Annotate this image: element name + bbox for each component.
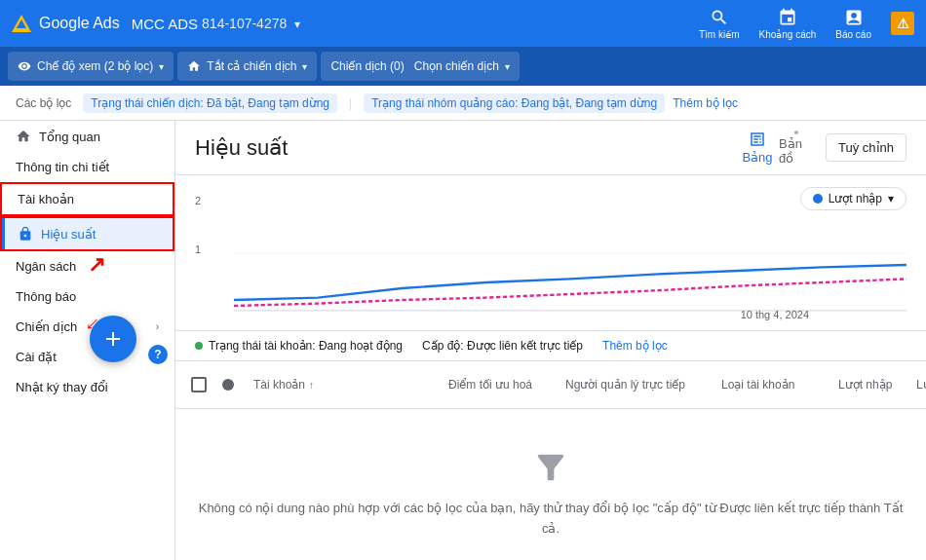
chart-date: 10 thg 4, 2024 [741, 309, 809, 320]
mcc-id: 814-107-4278 ▾ [202, 16, 300, 31]
campaign-item[interactable]: Chiến dịch (0) Chọn chiến dịch ▾ [321, 52, 519, 81]
table-container: Tài khoản ↑ Điểm tối ưu hoá Người quản l… [175, 361, 926, 560]
view-toggle: Bảng Bản đồ [740, 131, 814, 166]
th-manager[interactable]: Người quản lý trực tiếp [558, 361, 714, 408]
th-clicks-label: Lượt nhập [838, 378, 892, 392]
view-mode-label: Chế độ xem (2 bộ lọc) [37, 59, 153, 73]
mcc-label: MCC ADS [132, 16, 198, 32]
sidebar-item-tong-quan[interactable]: Tổng quan [0, 121, 174, 152]
help-btn[interactable]: ? [148, 345, 168, 364]
report-action[interactable]: Báo cáo [835, 8, 871, 40]
fab-button[interactable] [90, 316, 136, 362]
range-action[interactable]: Khoảng cách [758, 8, 816, 40]
warning-icon[interactable]: ⚠ [891, 12, 914, 35]
app-logo: Google Ads [12, 15, 120, 32]
home-sidebar-icon [16, 129, 31, 144]
sidebar-label-ngan-sach: Ngân sách [16, 259, 76, 274]
content-area: Hiệu suất Bảng Bản đồ Tuỳ chỉnh [175, 121, 926, 560]
lock-sidebar-icon [18, 226, 33, 242]
campaign-off-label: Tắt cả chiến dịch [207, 59, 296, 73]
view-table-label: Bảng [742, 150, 772, 165]
top-nav: Google Ads MCC ADS 814-107-4278 ▾ Tìm ki… [0, 0, 926, 47]
sub-nav: Chế độ xem (2 bộ lọc) ▾ Tắt cả chiến dịc… [0, 47, 926, 86]
sidebar-item-tai-khoan[interactable]: Tài khoản [0, 182, 174, 216]
empty-state: Không có nội dung nào phù hợp với các bộ… [175, 409, 926, 560]
sidebar-label-cai-dat: Cài đặt [16, 350, 57, 364]
header-checkbox[interactable] [191, 377, 207, 392]
filter-status-text: Trạng thái tài khoản: Đang hoạt động [209, 339, 403, 353]
sidebar-label-thong-tin: Thông tin chi tiết [16, 160, 109, 174]
add-filter-link[interactable]: Thêm bộ lọc [673, 96, 738, 110]
filter-tag-1[interactable]: Trạng thái chiến dịch: Đã bật, Đang tạm … [83, 93, 337, 113]
sidebar-label-thong-bao: Thông báo [16, 289, 76, 304]
th-clicks[interactable]: Lượt nhập [830, 361, 908, 408]
sidebar-item-chien-dich[interactable]: Chiến dịch › [0, 312, 174, 342]
th-type-label: Loại tài khoản [721, 378, 794, 392]
sidebar-item-thong-bao[interactable]: Thông báo [0, 281, 174, 312]
chart-y-2: 2 [195, 195, 201, 206]
report-icon [844, 8, 864, 27]
filter-level-text: Cấp độ: Được liên kết trực tiếp [422, 339, 583, 353]
top-nav-actions: Tìm kiếm Khoảng cách Báo cáo ⚠ [699, 8, 914, 40]
sidebar-item-nhat-ky[interactable]: Nhật ký thay đổi [0, 372, 174, 402]
sidebar-item-hieu-suat[interactable]: Hiệu suất [0, 216, 174, 251]
sidebar-label-hieu-suat: Hiệu suất [41, 227, 96, 242]
app-name: Google Ads [39, 15, 120, 32]
fab-plus-icon [101, 327, 125, 351]
campaign-label: Chiến dịch (0) [330, 59, 404, 73]
status-circle [222, 379, 234, 391]
range-label: Khoảng cách [758, 29, 816, 40]
report-label: Báo cáo [835, 29, 871, 40]
empty-state-text: Không có nội dung nào phù hợp với các bộ… [195, 499, 907, 540]
filter-level-item: Cấp độ: Được liên kết trực tiếp [422, 339, 583, 353]
view-map-btn[interactable]: Bản đồ [779, 131, 814, 166]
th-impressions[interactable]: Lượt hiển thị [908, 361, 926, 408]
search-icon [710, 8, 729, 27]
th-score[interactable]: Điểm tối ưu hoá [441, 361, 558, 408]
filter-info-bar: Trạng thái tài khoản: Đang hoạt động Cấp… [175, 331, 926, 361]
logo-icon [12, 15, 31, 32]
sidebar-item-thong-tin[interactable]: Thông tin chi tiết [0, 152, 174, 182]
search-label: Tìm kiếm [699, 29, 740, 40]
view-map-label: Bản đồ [779, 136, 814, 166]
calendar-icon [778, 8, 797, 27]
th-checkbox[interactable] [183, 361, 214, 408]
sidebar-label-tai-khoan: Tài khoản [18, 192, 74, 206]
main-layout: Tổng quan Thông tin chi tiết Tài khoản H… [0, 121, 926, 560]
filter-status-item: Trạng thái tài khoản: Đang hoạt động [195, 339, 403, 353]
choose-campaign-label: Chọn chiến dịch [414, 59, 499, 73]
sidebar: Tổng quan Thông tin chi tiết Tài khoản H… [0, 121, 175, 560]
table-icon [749, 131, 766, 148]
chart-container: Lượt nhập ▾ 2 1 10 thg 4, 2024 [175, 175, 926, 331]
th-impressions-label: Lượt hiển thị [916, 378, 926, 392]
mcc-dropdown-icon[interactable]: ▾ [294, 18, 300, 31]
th-manager-label: Người quản lý trực tiếp [565, 378, 685, 392]
th-account[interactable]: Tài khoản ↑ [246, 361, 441, 408]
search-action[interactable]: Tìm kiếm [699, 8, 740, 40]
th-account-label: Tài khoản [253, 378, 305, 392]
view-mode-icon [18, 59, 31, 73]
th-score-label: Điểm tối ưu hoá [448, 378, 532, 392]
home-icon [187, 59, 201, 73]
campaign-chevron: ▾ [505, 61, 510, 72]
th-dot [214, 361, 246, 408]
page-title: Hiệu suất [195, 135, 288, 161]
header-actions: Bảng Bản đồ Tuỳ chỉnh [740, 131, 907, 166]
sidebar-label-chien-dich: Chiến dịch [16, 319, 77, 334]
customize-btn[interactable]: Tuỳ chỉnh [826, 133, 907, 162]
view-table-btn[interactable]: Bảng [740, 131, 775, 166]
status-dot [195, 342, 203, 350]
chart-svg [234, 195, 907, 312]
sidebar-item-ngan-sach[interactable]: Ngân sách [0, 251, 174, 281]
campaign-off-chevron: ▾ [302, 61, 307, 72]
filter-tag-2[interactable]: Trạng thái nhóm quảng cáo: Đang bật, Đan… [364, 93, 665, 113]
sidebar-arrow-chien-dich: › [156, 321, 159, 332]
campaign-off-item[interactable]: Tắt cả chiến dịch ▾ [177, 52, 317, 81]
filter-empty-icon [531, 448, 570, 487]
view-mode-item[interactable]: Chế độ xem (2 bộ lọc) ▾ [8, 52, 174, 81]
filter-bar: Các bộ lọc Trạng thái chiến dịch: Đã bật… [0, 86, 926, 121]
sidebar-label-nhat-ky: Nhật ký thay đổi [16, 380, 108, 394]
filter-info-add[interactable]: Thêm bộ lọc [602, 339, 668, 353]
th-type[interactable]: Loại tài khoản [714, 361, 830, 408]
table-header: Tài khoản ↑ Điểm tối ưu hoá Người quản l… [175, 361, 926, 409]
